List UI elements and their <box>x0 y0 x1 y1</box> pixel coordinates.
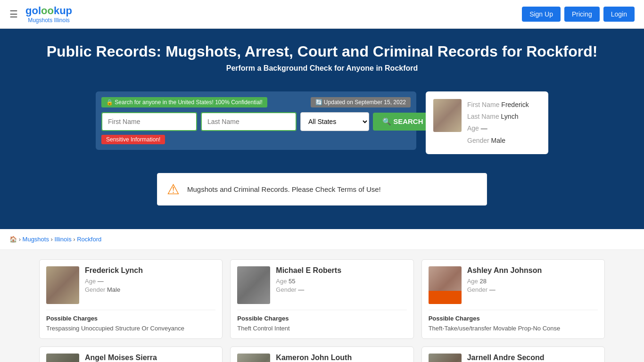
person-card: Frederick Lynch Age — Gender Male Possib… <box>39 259 223 339</box>
person-avatar <box>237 266 270 304</box>
breadcrumb-mugshots[interactable]: Mugshots <box>23 236 49 243</box>
charges-text: Theft-Take/use/transfer Movable Prop-No … <box>429 325 598 332</box>
logo: golookup Mugshots Illinois <box>25 5 72 24</box>
person-gender: Gender — <box>276 286 341 293</box>
breadcrumb-sep1: › <box>19 236 23 243</box>
person-avatar <box>46 354 79 362</box>
person-age: Age 28 <box>467 278 542 285</box>
person-info: Angel Moises Sierra Age — Gender — <box>85 354 157 362</box>
profile-gender: Gender Male <box>467 135 529 147</box>
person-avatar <box>237 354 270 362</box>
person-header: Jarnell Andre Second Age — Gender — <box>429 354 598 362</box>
person-card: Angel Moises Sierra Age — Gender — Possi… <box>39 346 223 362</box>
login-button[interactable]: Login <box>603 7 635 22</box>
charges-label: Possible Charges <box>46 310 215 322</box>
person-info: Kameron John Louth Age — Gender — <box>276 354 352 362</box>
warning-section: ⚠ Mugshots and Criminal Records. Please … <box>0 173 644 229</box>
logo-lookup: lookup <box>38 5 72 16</box>
site-header: ☰ golookup Mugshots Illinois Sign Up Pri… <box>0 0 644 29</box>
confidential-banner: 🔒 Search for anyone in the United States… <box>101 97 267 107</box>
person-info: Ashley Ann Johnson Age 28 Gender — <box>467 266 542 304</box>
breadcrumb-home[interactable]: 🏠 <box>9 236 17 243</box>
person-gender: Gender Male <box>85 286 143 293</box>
person-card: Kameron John Louth Age — Gender — Possib… <box>230 346 413 362</box>
charges-text: Theft Control Intent <box>237 325 406 332</box>
person-header: Kameron John Louth Age — Gender — <box>237 354 406 362</box>
signup-button[interactable]: Sign Up <box>522 7 561 22</box>
sensitive-badge: Sensitive Information! <box>101 131 411 144</box>
search-box: 🔒 Search for anyone in the United States… <box>96 91 416 150</box>
person-avatar <box>429 266 462 304</box>
profile-lastname: Last Name Lynch <box>467 111 529 123</box>
person-age: Age 55 <box>276 278 341 285</box>
logo-go: go <box>25 5 38 16</box>
hero-section: Public Records: Mugshots, Arrest, Court … <box>0 29 644 229</box>
updated-banner: 🔄 Updated on September 15, 2022 <box>311 97 411 107</box>
person-header: Angel Moises Sierra Age — Gender — <box>46 354 215 362</box>
page-title: Public Records: Mugshots, Arrest, Court … <box>9 43 635 60</box>
state-select[interactable]: All StatesAlabamaAlaskaArizonaArkansasCa… <box>300 112 369 131</box>
logo-text: golookup <box>25 5 72 17</box>
warning-bar: ⚠ Mugshots and Criminal Records. Please … <box>157 173 487 206</box>
person-age: Age — <box>85 278 143 285</box>
first-name-input[interactable] <box>101 112 197 131</box>
warning-icon: ⚠ <box>167 181 180 197</box>
profile-avatar <box>433 99 462 132</box>
profile-age: Age — <box>467 123 529 134</box>
search-section: 🔒 Search for anyone in the United States… <box>0 82 644 164</box>
breadcrumb-city[interactable]: Rockford <box>77 236 101 243</box>
warning-text: Mugshots and Criminal Records. Please Ch… <box>187 185 381 193</box>
pricing-button[interactable]: Pricing <box>564 7 600 22</box>
person-card: Jarnell Andre Second Age — Gender — Poss… <box>421 346 605 362</box>
person-name: Jarnell Andre Second <box>467 354 545 362</box>
profile-firstname: First Name Frederick <box>467 99 529 111</box>
hamburger-menu-icon[interactable]: ☰ <box>9 8 18 20</box>
logo-subtitle: Mugshots Illinois <box>25 17 72 24</box>
header-right: Sign Up Pricing Login <box>522 7 635 22</box>
person-card: Ashley Ann Johnson Age 28 Gender — Possi… <box>421 259 605 339</box>
person-info: Michael E Roberts Age 55 Gender — <box>276 266 341 304</box>
charges-label: Possible Charges <box>237 310 406 322</box>
person-header: Ashley Ann Johnson Age 28 Gender — <box>429 266 598 304</box>
person-info: Frederick Lynch Age — Gender Male <box>85 266 143 304</box>
search-button[interactable]: 🔍 SEARCH <box>373 113 433 131</box>
breadcrumb-sep2: › <box>51 236 55 243</box>
cards-grid: Frederick Lynch Age — Gender Male Possib… <box>39 259 605 362</box>
breadcrumb: 🏠 › Mugshots › Illinois › Rockford <box>0 229 644 250</box>
hero-content: Public Records: Mugshots, Arrest, Court … <box>0 29 644 82</box>
profile-card: First Name Frederick Last Name Lynch Age… <box>426 91 548 154</box>
person-avatar <box>429 354 462 362</box>
profile-info: First Name Frederick Last Name Lynch Age… <box>467 99 529 147</box>
search-inputs: All StatesAlabamaAlaskaArizonaArkansasCa… <box>101 112 411 131</box>
search-banners: 🔒 Search for anyone in the United States… <box>101 97 411 107</box>
breadcrumb-state[interactable]: Illinois <box>55 236 72 243</box>
person-name: Kameron John Louth <box>276 354 352 362</box>
person-header: Michael E Roberts Age 55 Gender — <box>237 266 406 304</box>
person-name: Michael E Roberts <box>276 266 341 275</box>
person-name: Frederick Lynch <box>85 266 143 275</box>
person-header: Frederick Lynch Age — Gender Male <box>46 266 215 304</box>
person-card: Michael E Roberts Age 55 Gender — Possib… <box>230 259 413 339</box>
cards-section: Frederick Lynch Age — Gender Male Possib… <box>0 250 644 362</box>
person-avatar <box>46 266 79 304</box>
last-name-input[interactable] <box>201 112 297 131</box>
person-info: Jarnell Andre Second Age — Gender — <box>467 354 545 362</box>
person-gender: Gender — <box>467 286 542 293</box>
charges-label: Possible Charges <box>429 310 598 322</box>
header-left: ☰ golookup Mugshots Illinois <box>9 5 72 24</box>
person-name: Angel Moises Sierra <box>85 354 157 362</box>
person-name: Ashley Ann Johnson <box>467 266 542 275</box>
profile-card-inner: First Name Frederick Last Name Lynch Age… <box>433 99 541 147</box>
charges-text: Trespassing Unoccupied Structure Or Conv… <box>46 325 215 332</box>
page-subtitle: Perform a Background Check for Anyone in… <box>9 64 635 73</box>
